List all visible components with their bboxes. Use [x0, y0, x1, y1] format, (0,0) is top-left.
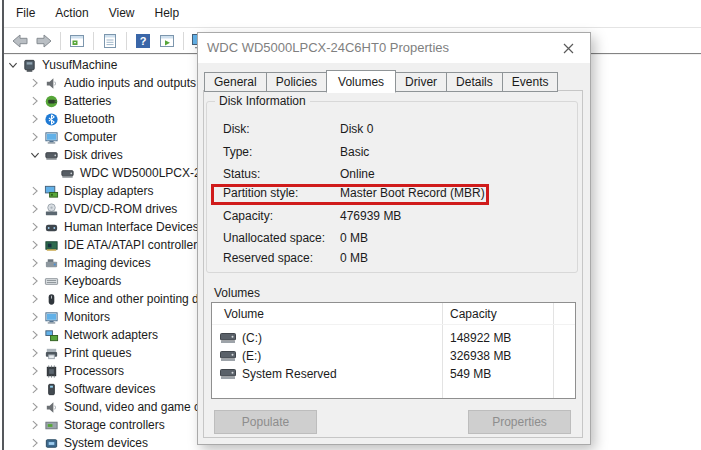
- tab-strip: GeneralPoliciesVolumesDriverDetailsEvent…: [204, 70, 557, 92]
- help-icon[interactable]: ?: [134, 32, 152, 50]
- volumes-list[interactable]: Volume Capacity (C:) 148922 MB (E:) 3269…: [211, 302, 576, 399]
- disk-info-label: Disk:: [223, 122, 250, 136]
- chevron-right-icon[interactable]: [28, 436, 42, 450]
- console-tree-icon[interactable]: [68, 32, 86, 50]
- tree-item-label: Monitors: [64, 310, 110, 324]
- dvd-drive-icon: [44, 202, 59, 217]
- disk-info-value: 0 MB: [340, 231, 368, 245]
- tree-item-label: Human Interface Devices: [64, 220, 199, 234]
- mouse-icon: [44, 292, 59, 307]
- processor-icon: [44, 364, 59, 379]
- menu-bar: FileActionViewHelp: [4, 0, 701, 27]
- volume-capacity: 549 MB: [450, 367, 491, 381]
- volume-name: (E:): [242, 349, 261, 363]
- keyboard-icon: [44, 274, 59, 289]
- back-arrow-icon[interactable]: [11, 32, 29, 50]
- chevron-right-icon[interactable]: [28, 364, 42, 378]
- disk-information-legend: Disk Information: [215, 94, 310, 108]
- volume-name: System Reserved: [242, 367, 337, 381]
- disk-info-row-capacity: Capacity: 476939 MB: [223, 209, 569, 225]
- chevron-right-icon[interactable]: [28, 238, 42, 252]
- chevron-right-icon[interactable]: [28, 292, 42, 306]
- tab-events[interactable]: Events: [502, 72, 559, 92]
- disk-info-label: Status:: [223, 167, 260, 181]
- chevron-right-icon[interactable]: [28, 400, 42, 414]
- disk-info-label: Capacity:: [223, 209, 273, 223]
- tab-driver[interactable]: Driver: [395, 72, 447, 92]
- storage-controller-icon: [44, 418, 59, 433]
- tab-volumes[interactable]: Volumes: [326, 70, 396, 93]
- forward-arrow-icon[interactable]: [35, 32, 53, 50]
- battery-icon: [44, 94, 59, 109]
- tab-policies[interactable]: Policies: [266, 72, 327, 92]
- chevron-right-icon[interactable]: [28, 76, 42, 90]
- chevron-right-icon: [44, 166, 58, 180]
- chevron-right-icon[interactable]: [28, 310, 42, 324]
- chevron-right-icon[interactable]: [28, 94, 42, 108]
- volume-row-c[interactable]: (C:) 148922 MB: [212, 329, 575, 347]
- properties-dialog: WDC WD5000LPCX-24C6HT0 Properties Genera…: [197, 32, 591, 445]
- hid-icon: [44, 220, 59, 235]
- chevron-right-icon[interactable]: [28, 112, 42, 126]
- tree-item-label: Display adapters: [64, 184, 153, 198]
- volume-row-e[interactable]: (E:) 326938 MB: [212, 347, 575, 365]
- tree-item-label: Keyboards: [64, 274, 121, 288]
- chevron-right-icon[interactable]: [28, 220, 42, 234]
- dialog-titlebar[interactable]: WDC WD5000LPCX-24C6HT0 Properties: [198, 33, 590, 63]
- chevron-right-icon[interactable]: [28, 328, 42, 342]
- chevron-right-icon[interactable]: [28, 184, 42, 198]
- properties-button: Properties: [468, 410, 571, 434]
- disk-info-row-status: Status: Online: [223, 167, 569, 183]
- disk-info-row-disk: Disk: Disk 0: [223, 122, 569, 138]
- disk-info-label: Reserved space:: [223, 251, 313, 265]
- chevron-right-icon[interactable]: [28, 202, 42, 216]
- software-device-icon: [44, 382, 59, 397]
- tree-item-label: Batteries: [64, 94, 111, 108]
- tree-item-label: Imaging devices: [64, 256, 151, 270]
- chevron-right-icon[interactable]: [28, 418, 42, 432]
- disk-info-value: 476939 MB: [340, 209, 401, 223]
- column-header-capacity[interactable]: Capacity: [450, 307, 497, 321]
- column-header-volume[interactable]: Volume: [224, 307, 264, 321]
- menu-file[interactable]: File: [6, 0, 45, 27]
- computer-machine-icon: [22, 58, 37, 73]
- tab-general[interactable]: General: [204, 72, 267, 92]
- disk-icon: [44, 148, 59, 163]
- disk-info-row-unallocated-space: Unallocated space: 0 MB: [223, 231, 569, 247]
- menu-action[interactable]: Action: [45, 0, 98, 27]
- properties-page-icon[interactable]: [101, 32, 119, 50]
- disk-info-value: 0 MB: [340, 251, 368, 265]
- tree-item-label: Storage controllers: [64, 418, 165, 432]
- tree-item-label: Disk drives: [64, 148, 123, 162]
- chevron-down-icon[interactable]: [28, 148, 42, 162]
- close-icon[interactable]: [547, 34, 589, 62]
- tab-details[interactable]: Details: [446, 72, 503, 92]
- disk-info-label: Unallocated space:: [223, 231, 325, 245]
- svg-text:?: ?: [140, 35, 147, 47]
- menu-help[interactable]: Help: [145, 0, 190, 27]
- action-pane-icon[interactable]: [158, 32, 176, 50]
- disk-info-label: Type:: [223, 145, 252, 159]
- chevron-right-icon[interactable]: [28, 256, 42, 270]
- tree-item-label: System devices: [64, 436, 148, 450]
- chevron-down-icon[interactable]: [6, 58, 20, 72]
- volumes-list-header: Volume Capacity: [212, 303, 575, 325]
- ide-controller-icon: [44, 238, 59, 253]
- chevron-right-icon[interactable]: [28, 274, 42, 288]
- tree-item-label: IDE ATA/ATAPI controllers: [64, 238, 203, 252]
- printer-icon: [44, 346, 59, 361]
- toolbar-separator: [183, 32, 184, 50]
- menu-view[interactable]: View: [99, 0, 145, 27]
- bluetooth-icon: [44, 112, 59, 127]
- volume-icon: [220, 369, 236, 383]
- volume-row-system-reserved[interactable]: System Reserved 549 MB: [212, 365, 575, 383]
- chevron-right-icon[interactable]: [28, 130, 42, 144]
- tree-item-label: Processors: [64, 364, 124, 378]
- disk-icon: [60, 166, 75, 181]
- network-adapter-icon: [44, 328, 59, 343]
- chevron-right-icon[interactable]: [28, 346, 42, 360]
- speaker-icon: [44, 76, 59, 91]
- chevron-right-icon[interactable]: [28, 382, 42, 396]
- tree-item-label: DVD/CD-ROM drives: [64, 202, 177, 216]
- disk-info-value: Disk 0: [340, 122, 373, 136]
